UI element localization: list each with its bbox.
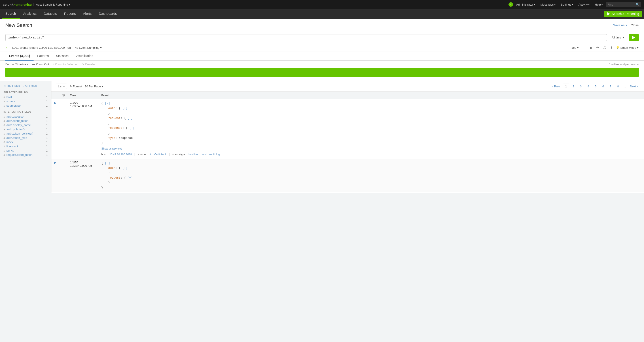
play-icon	[607, 12, 610, 16]
field-host-link[interactable]: host	[6, 96, 12, 99]
field-linecount: # linecount 1	[4, 144, 48, 148]
sampling-button[interactable]: No Event Sampling ▾	[74, 46, 102, 50]
field-auth-client-token-link[interactable]: auth.client_token	[6, 119, 28, 122]
field-linecount-link[interactable]: linecount	[6, 144, 18, 148]
zoom-to-selection-button[interactable]: + Zoom to Selection	[52, 62, 78, 66]
messages-menu[interactable]: Messages ▾	[538, 2, 558, 7]
results-toolbar: List ▾ ✎ Format 20 Per Page ▾ ‹ Prev 1 2…	[52, 81, 644, 92]
activity-menu[interactable]: Activity ▾	[576, 2, 592, 7]
page-2-button[interactable]: 2	[570, 84, 577, 89]
timeline-bar	[5, 68, 639, 77]
main-content: ‹ Hide Fields ≡ All Fields SELECTED FIEL…	[0, 81, 644, 193]
secondary-navigation: Search Analytics Datasets Reports Alerts…	[0, 9, 644, 19]
expand-auth-2-button[interactable]: [+]	[122, 166, 128, 170]
expand-header	[52, 92, 59, 99]
nav-datasets[interactable]: Datasets	[40, 9, 60, 19]
stop-icon[interactable]: ⏹	[588, 46, 593, 50]
prev-button[interactable]: ‹ Prev	[550, 84, 562, 89]
page-1-button[interactable]: 1	[563, 84, 569, 89]
collapse-1-button[interactable]: [-]	[105, 102, 110, 105]
page-header: New Search Save As ▾ Close	[0, 19, 644, 31]
format-button[interactable]: ✎ Format	[70, 85, 82, 88]
expand-request-2-button[interactable]: [+]	[128, 176, 132, 180]
field-sourcetype-link[interactable]: sourcetype	[6, 104, 21, 107]
time-range-button[interactable]: All time ▾	[609, 34, 627, 41]
field-request-client-token-link[interactable]: request.client_token	[6, 153, 32, 156]
tab-events[interactable]: Events (4,001)	[5, 52, 34, 61]
expand-auth-1-button[interactable]: [+]	[122, 106, 128, 110]
help-menu[interactable]: Help ▾	[592, 2, 605, 7]
field-auth-display-name-link[interactable]: auth.display_name	[6, 124, 31, 127]
page-title: New Search	[5, 22, 32, 28]
page-7-button[interactable]: 7	[607, 84, 614, 89]
table-row: ▶ 1/1/7012:33:40.000 AM { [-] auth: { [+…	[52, 159, 644, 192]
export-icon[interactable]: ⬇	[609, 46, 614, 50]
tab-patterns[interactable]: Patterns	[34, 52, 52, 61]
per-page-button[interactable]: 20 Per Page ▾	[85, 85, 103, 88]
event-1-time: 1/1/7012:33:40.000 AM	[67, 99, 98, 159]
job-button[interactable]: Job ▾	[572, 46, 579, 50]
field-auth-token-policies-link[interactable]: auth.token_policies{}	[6, 132, 33, 135]
field-source-link[interactable]: source	[6, 100, 15, 103]
all-fields-button[interactable]: ≡ All Fields	[22, 84, 37, 88]
app-label[interactable]: App: Search & Reporting ▾	[34, 3, 71, 6]
search-input[interactable]	[8, 36, 604, 39]
expand-response-1-button[interactable]: [+]	[129, 126, 134, 130]
field-index: a index 1	[4, 140, 48, 144]
find-input[interactable]	[608, 3, 634, 6]
field-auth-token-type: a auth.token_type 1	[4, 136, 48, 140]
tab-visualization[interactable]: Visualization	[72, 52, 96, 61]
field-punct-link[interactable]: punct	[6, 149, 14, 152]
expand-request-1-button[interactable]: [+]	[128, 116, 132, 120]
nav-search[interactable]: Search	[2, 9, 20, 19]
list-button[interactable]: List ▾	[56, 84, 67, 89]
field-auth-policies-link[interactable]: auth.policies{}	[6, 128, 24, 131]
field-auth-token-policies: a auth.token_policies{} 1	[4, 132, 48, 136]
collapse-2-button[interactable]: [-]	[105, 162, 110, 165]
field-auth-accessor-link[interactable]: auth.accessor	[6, 115, 24, 118]
expand-row-2-button[interactable]: ▶	[54, 161, 56, 164]
event-1-meta: host = 10.42.10.100:8088 | source = http…	[101, 152, 641, 157]
nav-analytics[interactable]: Analytics	[20, 9, 40, 19]
administrator-menu[interactable]: Administrator ▾	[514, 2, 537, 7]
deselect-button[interactable]: ✕ Deselect	[82, 62, 96, 66]
ms-per-column: 1 millisecond per column	[609, 63, 639, 66]
field-auth-token-type-link[interactable]: auth.token_type	[6, 136, 27, 140]
settings-menu[interactable]: Settings ▾	[558, 2, 575, 7]
format-timeline-button[interactable]: Format Timeline ▾	[5, 62, 28, 66]
table-row: ▶ 1/1/7012:33:40.000 AM { [-] auth: { [+…	[52, 99, 644, 159]
nav-alerts[interactable]: Alerts	[80, 9, 95, 19]
page-6-button[interactable]: 6	[600, 84, 606, 89]
zoom-out-button[interactable]: — Zoom Out	[32, 62, 49, 66]
search-reporting-button[interactable]: Search & Reporting	[604, 11, 642, 17]
status-right: Job ▾ ⏸ ⏹ ↷ 🖨 ⬇ 💡 Smart Mode ▾	[572, 46, 639, 50]
share-icon[interactable]: ↷	[595, 46, 600, 50]
field-index-link[interactable]: index	[6, 140, 14, 144]
save-as-button[interactable]: Save As ▾	[613, 24, 627, 27]
search-run-button[interactable]	[629, 34, 639, 41]
page-dots: ...	[622, 84, 627, 89]
results-area: List ▾ ✎ Format 20 Per Page ▾ ‹ Prev 1 2…	[52, 81, 644, 193]
close-button[interactable]: Close	[630, 24, 639, 27]
hide-fields-button[interactable]: ‹ Hide Fields	[4, 84, 20, 88]
page-3-button[interactable]: 3	[578, 84, 584, 89]
nav-reports[interactable]: Reports	[60, 9, 80, 19]
find-box[interactable]: 🔍	[606, 2, 641, 7]
interesting-fields-label: INTERESTING FIELDS	[4, 110, 48, 113]
timeline-controls: Format Timeline ▾ — Zoom Out + Zoom to S…	[0, 61, 644, 68]
pagination: ‹ Prev 1 2 3 4 5 6 7 8 ... Next ›	[550, 84, 640, 89]
nav-dashboards[interactable]: Dashboards	[95, 9, 120, 19]
print-icon[interactable]: 🖨	[602, 46, 607, 50]
page-8-button[interactable]: 8	[615, 84, 621, 89]
tab-statistics[interactable]: Statistics	[52, 52, 72, 61]
next-button[interactable]: Next ›	[628, 84, 640, 89]
page-4-button[interactable]: 4	[585, 84, 592, 89]
tabs-row: Events (4,001) Patterns Statistics Visua…	[0, 52, 644, 61]
pause-icon[interactable]: ⏸	[581, 46, 586, 50]
smart-mode-button[interactable]: 💡 Smart Mode ▾	[616, 46, 639, 50]
splunk-logo[interactable]: splunk>enterprise	[3, 3, 32, 6]
show-raw-1-button[interactable]: Show as raw text	[101, 146, 641, 151]
status-bar: ✓ 4,001 events (before 7/3/20 11:24:10.0…	[0, 44, 644, 52]
expand-row-1-button[interactable]: ▶	[54, 101, 56, 104]
page-5-button[interactable]: 5	[592, 84, 599, 89]
